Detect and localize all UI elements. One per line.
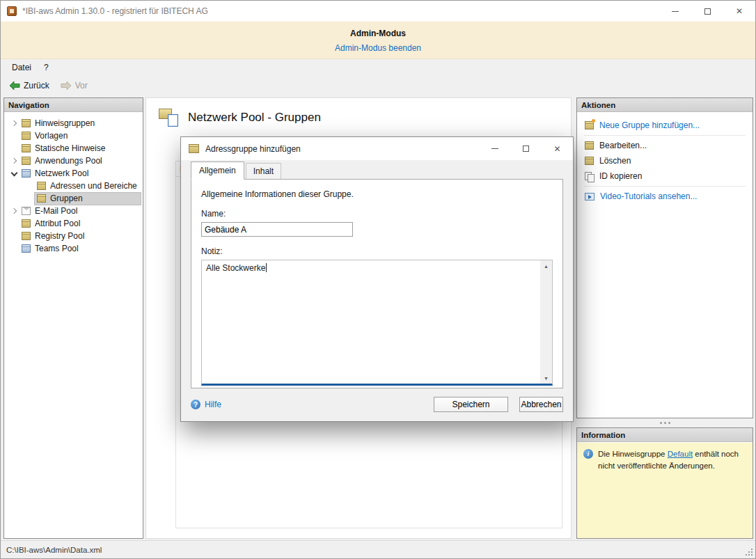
nav-item-adressen-und-bereiche[interactable]: Adressen und Bereiche [4, 180, 143, 192]
separator [584, 186, 746, 187]
admin-mode-exit-link[interactable]: Admin-Modus beenden [1, 43, 755, 53]
nav-item-registry-pool[interactable]: Registry Pool [4, 230, 143, 242]
separator [584, 135, 746, 136]
menu-help[interactable]: ? [38, 61, 55, 74]
scroll-down-icon[interactable]: ▼ [540, 372, 552, 384]
admin-mode-banner: Admin-Modus Admin-Modus beenden [1, 22, 755, 59]
nav-item-hinweisgruppen[interactable]: Hinweisgruppen [4, 117, 143, 129]
nav-item-teams-pool[interactable]: Teams Pool [4, 242, 143, 255]
minimize-icon [491, 148, 498, 149]
save-button[interactable]: Speichern [434, 397, 508, 412]
cancel-button[interactable]: Abbrechen [519, 397, 563, 412]
nav-item-netzwerk-pool[interactable]: Netzwerk Pool [4, 167, 143, 180]
dialog-tabs: Allgemein Inhalt [181, 160, 573, 179]
new-package-icon [585, 121, 594, 129]
back-button-label: Zurück [24, 81, 49, 90]
splitter-dots-icon [660, 422, 670, 424]
chevron-right-icon[interactable] [10, 156, 19, 166]
package-icon [22, 144, 31, 152]
action-edit[interactable]: Bearbeiten... [577, 138, 753, 153]
envelope-icon [22, 207, 31, 215]
package-icon [22, 119, 31, 127]
package-icon [22, 157, 31, 165]
page-title: Netzwerk Pool - Gruppen [188, 111, 321, 125]
chevron-down-icon[interactable] [10, 168, 19, 178]
note-field[interactable]: Alle Stockwerke ▲ ▼ [201, 260, 553, 386]
minimize-button[interactable] [659, 1, 691, 22]
dialog-body: Allgemeine Informationen dieser Gruppe. … [191, 179, 563, 388]
nav-item-email-pool[interactable]: E-Mail Pool [4, 205, 143, 217]
package-icon [22, 132, 31, 140]
nav-item-vorlagen[interactable]: Vorlagen [4, 129, 143, 142]
navigation-panel: Navigation Hinweisgruppen Vorlagen Stati… [3, 97, 143, 539]
package-icon [37, 194, 46, 203]
toolbar: Zurück Vor [1, 76, 755, 95]
scrollbar[interactable]: ▲ ▼ [540, 260, 552, 384]
menu-datei[interactable]: Datei [6, 61, 38, 74]
back-button[interactable]: Zurück [6, 79, 53, 92]
maximize-icon [523, 145, 529, 152]
nav-item-anwendungs-pool[interactable]: Anwendungs Pool [4, 155, 143, 167]
network-icon [22, 169, 31, 178]
teams-icon [22, 244, 31, 253]
dialog-titlebar[interactable]: Adressgruppe hinzufügen ✕ [181, 137, 573, 160]
action-video-tutorials[interactable]: Video-Tutorials ansehen... [577, 189, 753, 204]
package-icon [37, 182, 46, 190]
panel-splitter[interactable] [576, 418, 753, 427]
name-field[interactable] [201, 222, 353, 237]
scroll-up-icon[interactable]: ▲ [540, 260, 552, 271]
back-arrow-icon [9, 81, 20, 90]
name-label: Name: [201, 209, 553, 219]
chevron-right-icon[interactable] [10, 206, 19, 216]
action-new-group[interactable]: Neue Gruppe hinzufügen... [577, 118, 753, 133]
nav-item-gruppen[interactable]: Gruppen [4, 192, 143, 205]
minimize-icon [672, 11, 679, 12]
status-path: C:\IBI-aws\Admin\Data.xml [6, 546, 102, 554]
chevron-right-icon[interactable] [10, 118, 19, 128]
dialog-description: Allgemeine Informationen dieser Gruppe. [201, 189, 553, 199]
window-titlebar[interactable]: *IBI-aws Admin 1.30.0 - registriert für … [1, 1, 755, 22]
package-icon [22, 219, 31, 228]
package-icon [585, 157, 594, 165]
admin-mode-title: Admin-Modus [1, 29, 755, 38]
nav-item-attribut-pool[interactable]: Attribut Pool [4, 217, 143, 230]
navigation-header: Navigation [4, 98, 143, 112]
default-group-link[interactable]: Default [668, 450, 693, 458]
tab-allgemein[interactable]: Allgemein [191, 162, 244, 180]
app-window: *IBI-aws Admin 1.30.0 - registriert für … [0, 0, 756, 559]
text-caret [266, 263, 267, 272]
window-title: *IBI-aws Admin 1.30.0 - registriert für … [22, 6, 208, 16]
actions-panel: Aktionen Neue Gruppe hinzufügen... Bearb… [576, 97, 753, 418]
dialog-maximize-button[interactable] [510, 137, 542, 160]
help-link[interactable]: ? Hilfe [191, 400, 221, 409]
add-address-group-dialog: Adressgruppe hinzufügen ✕ Allgemein Inha… [180, 136, 574, 422]
video-icon [585, 193, 594, 200]
maximize-button[interactable] [691, 1, 723, 22]
forward-button-label: Vor [75, 81, 88, 90]
close-button[interactable]: ✕ [723, 1, 755, 22]
copy-icon [585, 172, 594, 181]
dialog-footer: ? Hilfe Speichern Abbrechen [181, 388, 573, 420]
nav-item-statische-hinweise[interactable]: Statische Hinweise [4, 142, 143, 155]
package-icon [585, 141, 594, 150]
menubar: Datei ? [1, 59, 755, 76]
close-icon: ✕ [736, 6, 743, 16]
maximize-icon [704, 8, 711, 15]
pool-groups-icon [159, 108, 180, 127]
dialog-minimize-button[interactable] [479, 137, 510, 160]
dialog-close-button[interactable]: ✕ [542, 137, 573, 160]
resize-grip-icon[interactable] [745, 548, 753, 556]
action-copy-id[interactable]: ID kopieren [577, 168, 753, 184]
app-icon [7, 6, 17, 16]
dialog-title: Adressgruppe hinzufügen [205, 144, 301, 154]
package-icon [22, 232, 31, 240]
actions-header: Aktionen [577, 98, 753, 112]
package-icon [189, 144, 199, 153]
close-icon: ✕ [553, 144, 560, 154]
information-header: Information [577, 428, 753, 442]
tab-inhalt[interactable]: Inhalt [246, 163, 281, 179]
navigation-tree: Hinweisgruppen Vorlagen Statische Hinwei… [4, 112, 143, 255]
information-panel: Information i Die Hinweisgruppe Default … [576, 427, 753, 539]
forward-button[interactable]: Vor [57, 79, 91, 92]
action-delete[interactable]: Löschen [577, 153, 753, 168]
